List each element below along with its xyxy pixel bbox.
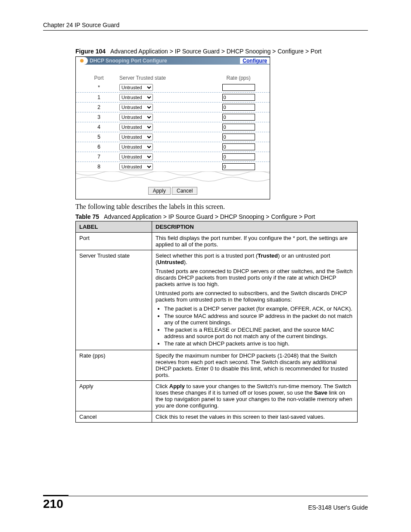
port-number: 3 bbox=[78, 114, 119, 120]
desc-cell: This field displays the port number. If … bbox=[152, 233, 358, 250]
port-row: 3Untrusted bbox=[76, 112, 270, 122]
server-trusted-select[interactable]: Untrusted bbox=[119, 134, 153, 140]
chapter-heading: Chapter 24 IP Source Guard bbox=[43, 22, 368, 31]
port-number: 5 bbox=[78, 134, 119, 140]
port-row: *Untrusted bbox=[76, 83, 270, 92]
server-trusted-select[interactable]: Untrusted bbox=[119, 124, 153, 131]
port-number: 8 bbox=[78, 164, 119, 170]
intro-text: The following table describes the labels… bbox=[75, 203, 368, 211]
table-row: Rate (pps)Specify the maximum number for… bbox=[76, 350, 358, 381]
server-trusted-select[interactable]: Untrusted bbox=[119, 114, 153, 121]
label-cell: Apply bbox=[76, 381, 152, 411]
port-number: 6 bbox=[78, 144, 119, 150]
cancel-button[interactable]: Cancel bbox=[172, 187, 197, 195]
desc-cell: Click this to reset the values in this s… bbox=[152, 411, 358, 423]
col-port-header: Port bbox=[78, 75, 119, 81]
table-caption-text: Advanced Application > IP Source Guard >… bbox=[104, 213, 315, 220]
rate-input[interactable] bbox=[222, 143, 255, 150]
desc-paragraph: Trusted ports are connected to DHCP serv… bbox=[156, 268, 354, 287]
desc-paragraph: Click this to reset the values in this s… bbox=[156, 414, 354, 420]
server-trusted-select[interactable]: Untrusted bbox=[119, 163, 153, 170]
port-number: 4 bbox=[78, 124, 119, 130]
tab-indicator-icon bbox=[76, 57, 88, 65]
label-cell: Cancel bbox=[76, 411, 152, 423]
screenshot-buttons: Apply Cancel bbox=[76, 183, 270, 199]
server-trusted-select[interactable]: Untrusted bbox=[119, 104, 153, 111]
port-row: 8Untrusted bbox=[76, 162, 270, 171]
label-cell: Server Trusted state bbox=[76, 250, 152, 350]
desc-cell: Select whether this port is a trusted po… bbox=[152, 250, 358, 350]
port-number: * bbox=[78, 84, 119, 90]
desc-cell: Click Apply to save your changes to the … bbox=[152, 381, 358, 411]
port-row: 5Untrusted bbox=[76, 132, 270, 142]
desc-paragraph: This field displays the port number. If … bbox=[156, 235, 354, 248]
table-row: PortThis field displays the port number.… bbox=[76, 233, 358, 250]
desc-list: The packet is a DHCP server packet (for … bbox=[156, 305, 354, 347]
label-cell: Port bbox=[76, 233, 152, 250]
label-cell: Rate (pps) bbox=[76, 350, 152, 381]
screenshot-title: DHCP Snooping Port Configure bbox=[88, 58, 240, 64]
port-number: 7 bbox=[78, 154, 119, 160]
desc-paragraph: Select whether this port is a trusted po… bbox=[156, 252, 354, 265]
figure-caption: Figure 104 Advanced Application > IP Sou… bbox=[75, 48, 368, 55]
rate-input[interactable] bbox=[222, 114, 255, 121]
apply-button[interactable]: Apply bbox=[148, 187, 171, 195]
torn-edge-icon bbox=[76, 171, 270, 183]
port-row: 7Untrusted bbox=[76, 152, 270, 162]
desc-paragraph: Untrusted ports are connected to subscri… bbox=[156, 290, 354, 303]
rate-input[interactable] bbox=[222, 94, 255, 101]
page-number: 210 bbox=[43, 495, 68, 511]
screenshot-panel: DHCP Snooping Port Configure Configure P… bbox=[75, 56, 270, 199]
list-item: The packet is a RELEASE or DECLINE packe… bbox=[164, 327, 354, 339]
table-row: ApplyClick Apply to save your changes to… bbox=[76, 381, 358, 411]
port-row: 2Untrusted bbox=[76, 102, 270, 112]
list-item: The rate at which DHCP packets arrive is… bbox=[164, 340, 354, 347]
table-label: Table 75 bbox=[75, 213, 99, 220]
desc-cell: Specify the maximum number for DHCP pack… bbox=[152, 350, 358, 381]
rate-input[interactable] bbox=[222, 124, 255, 131]
description-table: LABEL DESCRIPTION PortThis field display… bbox=[75, 221, 358, 423]
port-number: 2 bbox=[78, 104, 119, 110]
port-number: 1 bbox=[78, 94, 119, 100]
th-desc: DESCRIPTION bbox=[152, 221, 358, 233]
col-rate-header: Rate (pps) bbox=[210, 75, 267, 81]
table-caption: Table 75 Advanced Application > IP Sourc… bbox=[75, 213, 368, 220]
port-row: 6Untrusted bbox=[76, 142, 270, 152]
table-row: Server Trusted stateSelect whether this … bbox=[76, 250, 358, 350]
rate-input[interactable] bbox=[222, 153, 255, 160]
port-row: 1Untrusted bbox=[76, 92, 270, 102]
list-item: The packet is a DHCP server packet (for … bbox=[164, 305, 354, 312]
server-trusted-select[interactable]: Untrusted bbox=[119, 94, 153, 101]
page-footer: 210 ES-3148 User's Guide bbox=[43, 496, 368, 511]
figure-label: Figure 104 bbox=[75, 48, 106, 55]
figure-text: Advanced Application > IP Source Guard >… bbox=[110, 48, 322, 55]
rate-input[interactable] bbox=[222, 104, 255, 111]
server-trusted-select[interactable]: Untrusted bbox=[119, 143, 153, 150]
rate-input[interactable] bbox=[222, 84, 255, 91]
desc-paragraph: Click Apply to save your changes to the … bbox=[156, 383, 354, 409]
screenshot-header: DHCP Snooping Port Configure Configure bbox=[76, 57, 270, 65]
screenshot-col-headers: Port Server Trusted state Rate (pps) bbox=[76, 65, 270, 83]
table-row: CancelClick this to reset the values in … bbox=[76, 411, 358, 423]
configure-link[interactable]: Configure bbox=[240, 58, 270, 64]
rate-input[interactable] bbox=[222, 163, 255, 170]
guide-name: ES-3148 User's Guide bbox=[308, 504, 368, 511]
rate-input[interactable] bbox=[222, 134, 255, 140]
list-item: The source MAC address and source IP add… bbox=[164, 313, 354, 326]
desc-paragraph: Specify the maximum number for DHCP pack… bbox=[156, 352, 354, 378]
server-trusted-select[interactable]: Untrusted bbox=[119, 84, 153, 91]
col-sts-header: Server Trusted state bbox=[119, 75, 210, 81]
th-label: LABEL bbox=[76, 221, 152, 233]
server-trusted-select[interactable]: Untrusted bbox=[119, 153, 153, 160]
port-row: 4Untrusted bbox=[76, 122, 270, 132]
